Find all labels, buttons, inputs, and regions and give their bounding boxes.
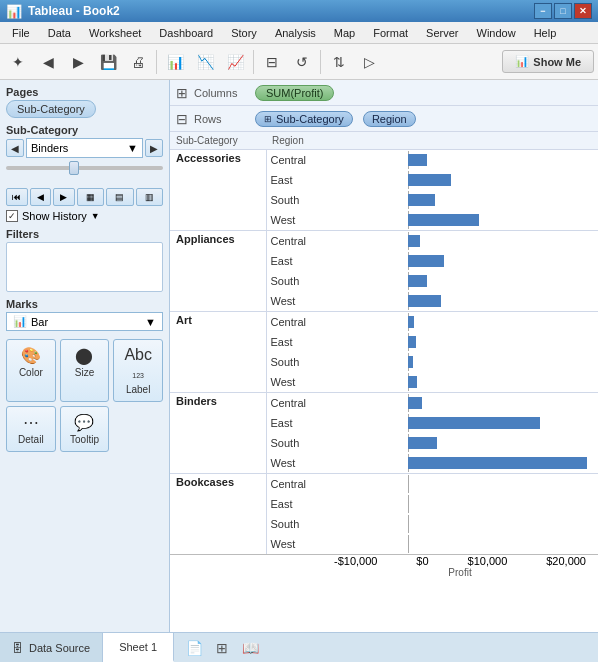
- bar: [408, 397, 422, 409]
- toolbar-refresh[interactable]: ↺: [288, 48, 316, 76]
- show-history-dropdown-icon: ▼: [91, 211, 100, 221]
- bar-cell: [326, 474, 598, 495]
- menu-bar: File Data Worksheet Dashboard Story Anal…: [0, 22, 598, 44]
- play-prev-btn[interactable]: ◀: [30, 188, 52, 206]
- bar-cell: [326, 251, 598, 271]
- columns-shelf: ⊞ Columns SUM(Profit): [170, 80, 598, 106]
- show-prev-btn[interactable]: ▦: [77, 188, 104, 206]
- columns-pill[interactable]: SUM(Profit): [255, 85, 334, 101]
- sheet-label: Sheet 1: [119, 641, 157, 653]
- new-story-btn[interactable]: 📖: [238, 637, 262, 659]
- toolbar-back[interactable]: ◀: [34, 48, 62, 76]
- bar-chart-icon: 📊: [13, 315, 27, 328]
- bar-cell: [326, 494, 598, 514]
- columns-shelf-label: Columns: [194, 87, 249, 99]
- rows-pill-1-icon: ⊞: [264, 114, 272, 124]
- rows-pill-2[interactable]: Region: [363, 111, 416, 127]
- show-btn2[interactable]: ▥: [136, 188, 163, 206]
- show-me-label: Show Me: [533, 56, 581, 68]
- region-label: West: [266, 291, 326, 312]
- bar-cell: [326, 514, 598, 534]
- pages-pill[interactable]: Sub-Category: [6, 100, 96, 118]
- tooltip-icon: 💬: [63, 413, 107, 432]
- region-label: South: [266, 433, 326, 453]
- menu-data[interactable]: Data: [40, 25, 79, 41]
- region-label: South: [266, 190, 326, 210]
- menu-file[interactable]: File: [4, 25, 38, 41]
- sub-cat-section: Sub-Category ◀ Binders ▼ ▶ ⏮ ◀ ▶ ▦ ▤: [6, 124, 163, 222]
- menu-server[interactable]: Server: [418, 25, 466, 41]
- menu-analysis[interactable]: Analysis: [267, 25, 324, 41]
- nav-next[interactable]: ▶: [145, 139, 163, 157]
- show-me-button[interactable]: 📊 Show Me: [502, 50, 594, 73]
- menu-dashboard[interactable]: Dashboard: [151, 25, 221, 41]
- view-area: Sub-Category Region AccessoriesCentralEa…: [170, 132, 598, 632]
- bar: [408, 174, 450, 186]
- toolbar-chart3[interactable]: 📈: [221, 48, 249, 76]
- region-label: Central: [266, 312, 326, 333]
- marks-dropdown-arrow-icon: ▼: [145, 316, 156, 328]
- region-label: East: [266, 494, 326, 514]
- sep2: [253, 50, 254, 74]
- menu-story[interactable]: Story: [223, 25, 265, 41]
- tooltip-button[interactable]: 💬 Tooltip: [60, 406, 110, 452]
- show-history-checkbox[interactable]: ✓: [6, 210, 18, 222]
- chart-scroll-area[interactable]: Sub-Category Region AccessoriesCentralEa…: [170, 132, 598, 632]
- bar-cell: [326, 372, 598, 393]
- region-label: West: [266, 534, 326, 554]
- menu-help[interactable]: Help: [526, 25, 565, 41]
- size-button[interactable]: ⬤ Size: [60, 339, 110, 402]
- toolbar-filter[interactable]: ⊟: [258, 48, 286, 76]
- sub-cat-dropdown[interactable]: Binders ▼: [26, 138, 143, 158]
- new-dashboard-btn[interactable]: ⊞: [210, 637, 234, 659]
- marks-type-dropdown[interactable]: 📊 Bar ▼: [6, 312, 163, 331]
- sep3: [320, 50, 321, 74]
- bar-cell: [326, 312, 598, 333]
- dropdown-arrow-icon: ▼: [127, 142, 138, 154]
- color-button[interactable]: 🎨 Color: [6, 339, 56, 402]
- toolbar-chart2[interactable]: 📉: [191, 48, 219, 76]
- label-button[interactable]: Abc123 Label: [113, 339, 163, 402]
- data-source-label: Data Source: [29, 642, 90, 654]
- menu-format[interactable]: Format: [365, 25, 416, 41]
- bar-cell: [326, 170, 598, 190]
- tab-data-source[interactable]: 🗄 Data Source: [0, 633, 103, 662]
- menu-window[interactable]: Window: [469, 25, 524, 41]
- close-button[interactable]: ✕: [574, 3, 592, 19]
- minimize-button[interactable]: −: [534, 3, 552, 19]
- tab-bar: 🗄 Data Source Sheet 1 📄 ⊞ 📖: [0, 632, 598, 662]
- menu-map[interactable]: Map: [326, 25, 363, 41]
- color-label: Color: [19, 367, 43, 378]
- maximize-button[interactable]: □: [554, 3, 572, 19]
- toolbar-present[interactable]: ▷: [355, 48, 383, 76]
- pages-title: Pages: [6, 86, 163, 98]
- pages-section: Pages Sub-Category: [6, 86, 163, 118]
- filter-box: [6, 242, 163, 292]
- tooltip-label: Tooltip: [70, 434, 99, 445]
- region-label: Central: [266, 474, 326, 495]
- slider-handle[interactable]: [69, 161, 79, 175]
- toolbar-save[interactable]: 💾: [94, 48, 122, 76]
- toolbar-print[interactable]: 🖨: [124, 48, 152, 76]
- marks-grid: 🎨 Color ⬤ Size Abc123 Label ⋯ Detail 💬: [6, 339, 163, 452]
- new-sheet-btn[interactable]: 📄: [182, 637, 206, 659]
- play-back-btn[interactable]: ⏮: [6, 188, 28, 206]
- rows-pill-1[interactable]: ⊞ Sub-Category: [255, 111, 353, 127]
- bar-cell: [326, 332, 598, 352]
- nav-prev[interactable]: ◀: [6, 139, 24, 157]
- show-history-label: Show History: [22, 210, 87, 222]
- detail-button[interactable]: ⋯ Detail: [6, 406, 56, 452]
- menu-worksheet[interactable]: Worksheet: [81, 25, 149, 41]
- region-label: East: [266, 413, 326, 433]
- toolbar-chart1[interactable]: 📊: [161, 48, 189, 76]
- toolbar-forward[interactable]: ▶: [64, 48, 92, 76]
- detail-icon: ⋯: [9, 413, 53, 432]
- toolbar-sort[interactable]: ⇅: [325, 48, 353, 76]
- play-fwd-btn[interactable]: ▶: [53, 188, 75, 206]
- bar: [408, 154, 427, 166]
- window-title: Tableau - Book2: [28, 4, 534, 18]
- tab-sheet-1[interactable]: Sheet 1: [103, 633, 174, 662]
- bar-cell: [326, 210, 598, 231]
- toolbar-new[interactable]: ✦: [4, 48, 32, 76]
- show-btn1[interactable]: ▤: [106, 188, 133, 206]
